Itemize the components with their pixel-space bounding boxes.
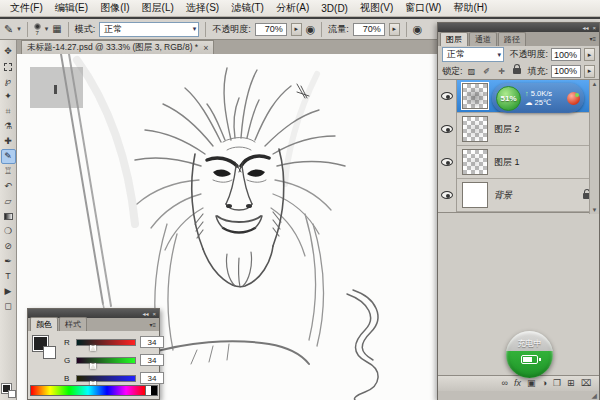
- crop-tool[interactable]: ⌗: [1, 104, 16, 119]
- background-color-swatch[interactable]: [8, 390, 16, 398]
- flow-slider-arrow[interactable]: ▸: [389, 23, 400, 36]
- layer-thumbnail[interactable]: [462, 83, 488, 109]
- red-slider[interactable]: [76, 339, 136, 346]
- menu-file[interactable]: 文件(F): [4, 0, 49, 16]
- brush-preset-arrow-icon[interactable]: ▾: [45, 25, 49, 33]
- healing-brush-tool[interactable]: ✚: [1, 134, 16, 149]
- eraser-tool[interactable]: ▱: [1, 194, 16, 209]
- layer-row[interactable]: 图层 1: [438, 146, 599, 179]
- memory-usage-ball[interactable]: 51%: [496, 86, 521, 111]
- collapse-icon[interactable]: ◂◂: [582, 25, 588, 31]
- close-icon[interactable]: ×: [152, 311, 156, 317]
- history-brush-tool[interactable]: ↶: [1, 179, 16, 194]
- visibility-cell[interactable]: [438, 146, 457, 179]
- layers-scrollbar[interactable]: ▲ ▼: [589, 80, 599, 214]
- airbrush-icon[interactable]: ◉: [413, 24, 423, 35]
- tab-channels[interactable]: 通道: [469, 32, 497, 46]
- blue-slider[interactable]: [76, 375, 136, 382]
- layer-style-icon[interactable]: fx: [514, 379, 521, 388]
- layer-mask-icon[interactable]: ▣: [527, 379, 536, 388]
- new-layer-icon[interactable]: ⊞: [567, 379, 575, 388]
- system-monitor-overlay[interactable]: 51% ↑ 5.0K/s ☁ 25℃: [492, 83, 584, 113]
- tool-preset-arrow-icon[interactable]: ▾: [17, 25, 21, 33]
- visibility-cell[interactable]: [438, 179, 457, 212]
- layer-row[interactable]: 图层 2: [438, 113, 599, 146]
- layer-opacity-input[interactable]: 100%: [551, 48, 581, 61]
- panel-menu-icon[interactable]: ▾≡: [149, 321, 156, 328]
- green-slider[interactable]: [76, 357, 136, 364]
- brush-tool-selected[interactable]: ✎: [1, 149, 16, 164]
- tab-styles[interactable]: 样式: [59, 317, 87, 331]
- opacity-slider-arrow[interactable]: ▸: [291, 23, 302, 36]
- resize-grip-icon[interactable]: ◢: [592, 392, 597, 400]
- tab-color[interactable]: 颜色: [30, 317, 58, 331]
- blue-value-input[interactable]: 34: [140, 372, 164, 384]
- layer-name[interactable]: 图层 1: [494, 156, 520, 169]
- move-tool[interactable]: ✥: [1, 44, 16, 59]
- layers-panel-titlebar[interactable]: ◂◂ ×: [438, 23, 599, 32]
- menu-edit[interactable]: 编辑(E): [49, 0, 94, 16]
- lock-transparency-icon[interactable]: ▨: [466, 65, 478, 77]
- lock-all-icon[interactable]: [511, 65, 523, 77]
- close-icon[interactable]: ×: [203, 43, 208, 53]
- layer-opacity-arrow[interactable]: ▸: [584, 48, 595, 61]
- visibility-cell[interactable]: [438, 80, 457, 113]
- menu-image[interactable]: 图像(I): [94, 0, 135, 16]
- link-layers-icon[interactable]: ∞: [502, 379, 508, 388]
- battery-charging-widget[interactable]: 充电中: [506, 331, 553, 378]
- green-value-input[interactable]: 34: [140, 354, 164, 366]
- layer-name[interactable]: 背景: [494, 189, 512, 202]
- marquee-tool[interactable]: [1, 59, 16, 74]
- menu-select[interactable]: 选择(S): [180, 0, 225, 16]
- clone-stamp-tool[interactable]: ♖: [1, 164, 16, 179]
- layer-name[interactable]: 图层 2: [494, 123, 520, 136]
- menu-view[interactable]: 视图(V): [354, 0, 399, 16]
- lasso-tool[interactable]: ℘: [1, 74, 16, 89]
- scroll-down-icon[interactable]: ▼: [592, 207, 598, 213]
- layer-thumbnail[interactable]: [462, 182, 488, 208]
- layer-blend-mode-select[interactable]: 正常 ▾: [442, 47, 504, 62]
- menu-window[interactable]: 窗口(W): [399, 0, 447, 16]
- new-group-icon[interactable]: ❐: [553, 379, 561, 388]
- blend-mode-select[interactable]: 正常 ▾: [99, 22, 199, 37]
- menu-filter[interactable]: 滤镜(T): [225, 0, 270, 16]
- document-tab[interactable]: 未标题-14.27.psd @ 33.3% (图层 3, RGB/8) * ×: [21, 40, 214, 54]
- spectrum-black-swatch[interactable]: [151, 386, 157, 395]
- fill-arrow[interactable]: ▸: [584, 65, 595, 78]
- tablet-pressure-icon[interactable]: ◉: [306, 24, 316, 35]
- opacity-input[interactable]: 70%: [255, 23, 287, 36]
- blur-tool[interactable]: ❍: [1, 224, 16, 239]
- fill-input[interactable]: 100%: [551, 65, 581, 78]
- toggle-brushes-panel-icon[interactable]: ▦: [52, 24, 61, 34]
- eyedropper-tool[interactable]: ⚗: [1, 119, 16, 134]
- pen-tool[interactable]: ✒: [1, 254, 16, 269]
- tab-paths[interactable]: 路径: [498, 32, 526, 46]
- dodge-tool[interactable]: ⊘: [1, 239, 16, 254]
- menu-help[interactable]: 帮助(H): [447, 0, 493, 16]
- layer-row-background[interactable]: 背景: [438, 179, 599, 212]
- path-selection-tool[interactable]: ▶: [1, 284, 16, 299]
- slider-thumb[interactable]: [90, 345, 96, 351]
- scroll-up-icon[interactable]: ▲: [592, 81, 598, 87]
- gradient-tool[interactable]: [1, 209, 16, 224]
- flow-input[interactable]: 70%: [353, 23, 385, 36]
- red-value-input[interactable]: 34: [140, 336, 164, 348]
- type-tool[interactable]: T: [1, 269, 16, 284]
- adjustment-layer-icon[interactable]: ◑: [542, 379, 547, 388]
- notification-orb-icon[interactable]: [567, 92, 580, 105]
- close-icon[interactable]: ×: [592, 25, 596, 31]
- background-color-swatch[interactable]: [43, 346, 56, 359]
- collapse-icon[interactable]: ◂◂: [142, 311, 148, 317]
- menu-layer[interactable]: 图层(L): [136, 0, 180, 16]
- lock-position-icon[interactable]: ✛: [496, 65, 508, 77]
- spectrum-gradient[interactable]: [31, 386, 145, 395]
- visibility-cell[interactable]: [438, 113, 457, 146]
- color-spectrum-ramp[interactable]: [30, 385, 158, 396]
- layer-thumbnail[interactable]: [462, 149, 488, 175]
- menu-analysis[interactable]: 分析(A): [270, 0, 315, 16]
- lock-image-icon[interactable]: ✐: [481, 65, 493, 77]
- slider-thumb[interactable]: [90, 363, 96, 369]
- layer-thumbnail[interactable]: [462, 116, 488, 142]
- quick-selection-tool[interactable]: ✦: [1, 89, 16, 104]
- tool-preset-icon[interactable]: ✎: [4, 24, 13, 35]
